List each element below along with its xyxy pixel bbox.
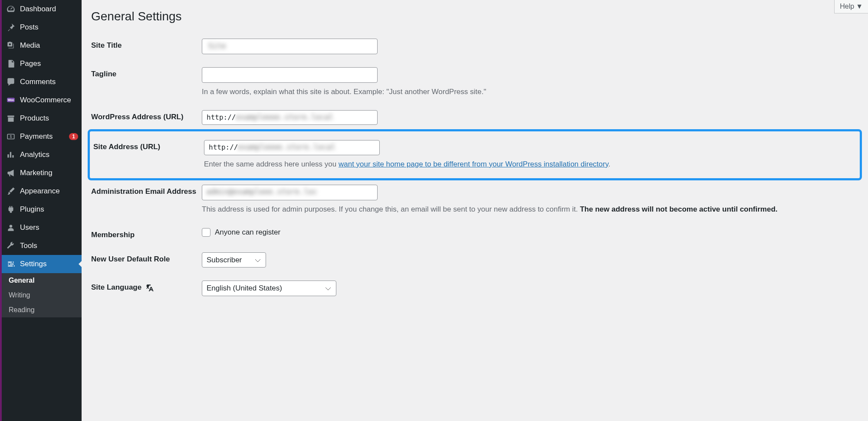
row-default-role: New User Default Role Subscriber [91, 246, 858, 274]
site-address-link[interactable]: want your site home page to be different… [339, 160, 608, 168]
sidebar-label: General [9, 277, 78, 284]
row-site-title: Site Title Site [91, 32, 858, 61]
comment-icon [6, 77, 16, 87]
sidebar-label: Comments [20, 78, 78, 86]
sidebar-item-posts[interactable]: Posts [2, 18, 82, 36]
sidebar-item-marketing[interactable]: Marketing [2, 164, 82, 182]
sidebar-item-pages[interactable]: Pages [2, 55, 82, 73]
sidebar-label: Products [20, 114, 78, 123]
main-content: Help ▼ General Settings Site Title Site … [82, 0, 868, 421]
site-address-highlight: Site Address (URL) exampleeee.store.loca… [88, 129, 862, 180]
sidebar-label: Dashboard [20, 5, 78, 13]
chart-icon [6, 150, 16, 160]
sidebar-item-analytics[interactable]: Analytics [2, 146, 82, 164]
payments-badge: 1 [69, 133, 78, 140]
archive-icon [6, 114, 16, 123]
sidebar-item-dashboard[interactable]: Dashboard [2, 0, 82, 18]
row-tagline: Tagline In a few words, explain what thi… [91, 61, 858, 104]
dashboard-icon [6, 4, 16, 14]
sidebar-item-payments[interactable]: $ Payments 1 [2, 127, 82, 146]
label-tagline: Tagline [91, 67, 202, 78]
sidebar-item-users[interactable]: Users [2, 219, 82, 237]
site-address-input[interactable] [204, 140, 380, 155]
help-label: Help [840, 3, 854, 10]
sidebar-item-woocommerce[interactable]: Woo WooCommerce [2, 91, 82, 109]
tagline-description: In a few words, explain what this site i… [202, 86, 858, 98]
membership-checkbox[interactable] [202, 228, 210, 237]
sidebar-item-plugins[interactable]: Plugins [2, 200, 82, 219]
row-membership: Membership Anyone can register [91, 222, 858, 246]
sidebar-item-products[interactable]: Products [2, 109, 82, 127]
admin-email-input[interactable] [202, 185, 378, 200]
site-language-select[interactable]: English (United States) [202, 281, 336, 296]
tagline-input[interactable] [202, 67, 378, 83]
wrench-icon [6, 241, 16, 251]
label-wp-address: WordPress Address (URL) [91, 110, 202, 121]
admin-email-description: This address is used for admin purposes.… [202, 204, 858, 215]
media-icon [6, 41, 16, 50]
sidebar-item-media[interactable]: Media [2, 36, 82, 55]
sidebar-label: Analytics [20, 150, 78, 159]
row-site-address: Site Address (URL) exampleeee.store.loca… [90, 136, 860, 174]
sidebar-label: Reading [9, 306, 78, 314]
translate-icon [145, 283, 155, 293]
sidebar-label: Writing [9, 291, 78, 299]
label-default-role: New User Default Role [91, 252, 202, 264]
sliders-icon [6, 259, 16, 269]
row-admin-email: Administration Email Address admin@examp… [91, 178, 858, 221]
sidebar-label: Media [20, 41, 78, 50]
label-site-title: Site Title [91, 39, 202, 50]
sidebar-label: Settings [20, 260, 78, 268]
sidebar-sub-reading[interactable]: Reading [2, 303, 82, 317]
sidebar-label: Users [20, 223, 78, 232]
page-icon [6, 59, 16, 69]
sidebar-sub-writing[interactable]: Writing [2, 288, 82, 303]
membership-option-label: Anyone can register [215, 228, 280, 237]
sidebar-item-appearance[interactable]: Appearance [2, 182, 82, 200]
page-title: General Settings [91, 5, 858, 32]
brush-icon [6, 186, 16, 196]
sidebar-item-settings[interactable]: Settings [2, 255, 82, 273]
sidebar-label: Pages [20, 59, 78, 68]
sidebar-item-tools[interactable]: Tools [2, 237, 82, 255]
wp-address-input[interactable] [202, 110, 378, 125]
svg-text:$: $ [10, 134, 12, 139]
sidebar-label: Plugins [20, 205, 78, 214]
sidebar-sub-general[interactable]: General [2, 273, 82, 288]
membership-option[interactable]: Anyone can register [202, 228, 858, 237]
label-membership: Membership [91, 228, 202, 239]
site-address-description: Enter the same address here unless you w… [204, 159, 856, 170]
sidebar-label: WooCommerce [20, 96, 78, 104]
label-admin-email: Administration Email Address [91, 185, 202, 196]
default-role-select[interactable]: Subscriber [202, 252, 266, 268]
user-icon [6, 223, 16, 232]
sidebar-label: Payments [20, 132, 66, 141]
label-site-language: Site Language [91, 281, 202, 293]
payments-icon: $ [6, 132, 16, 141]
sidebar-label: Posts [20, 23, 78, 32]
plug-icon [6, 205, 16, 214]
help-button[interactable]: Help ▼ [834, 0, 868, 13]
chevron-down-icon: ▼ [856, 3, 863, 10]
sidebar-item-comments[interactable]: Comments [2, 73, 82, 91]
pin-icon [6, 23, 16, 32]
sidebar-label: Appearance [20, 187, 78, 196]
row-wp-address: WordPress Address (URL) exampleeee.store… [91, 104, 858, 131]
woocommerce-icon: Woo [6, 95, 16, 105]
svg-text:Woo: Woo [8, 98, 14, 101]
row-site-language: Site Language English (United States) [91, 274, 858, 303]
sidebar-label: Tools [20, 242, 78, 250]
admin-sidebar: Dashboard Posts Media Pages Comments Woo… [0, 0, 82, 421]
megaphone-icon [6, 168, 16, 178]
sidebar-label: Marketing [20, 169, 78, 177]
site-title-input[interactable] [202, 39, 378, 54]
label-site-address: Site Address (URL) [93, 140, 204, 151]
